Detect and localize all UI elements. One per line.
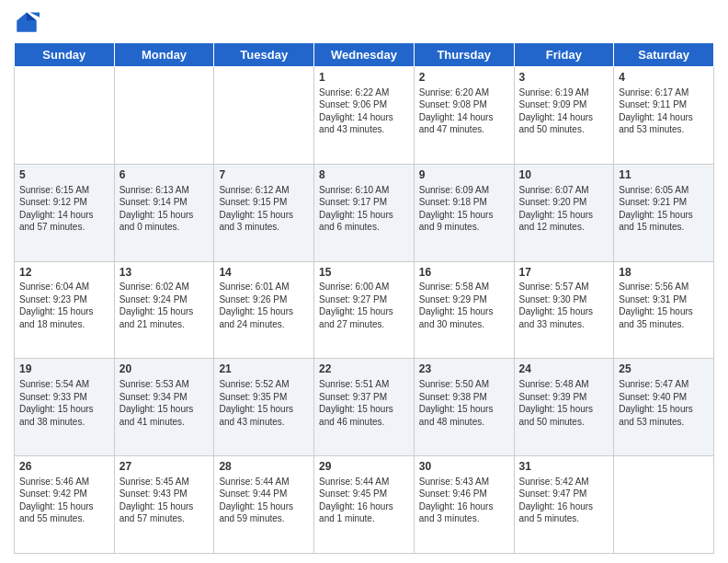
calendar-cell: 3Sunrise: 6:19 AM Sunset: 9:09 PM Daylig… — [514, 67, 614, 165]
calendar-cell: 25Sunrise: 5:47 AM Sunset: 9:40 PM Dayli… — [614, 359, 714, 456]
day-number: 31 — [519, 459, 609, 475]
day-number: 30 — [419, 459, 509, 475]
day-number: 18 — [619, 265, 709, 281]
calendar-cell — [114, 67, 214, 165]
day-info: Sunrise: 6:00 AM Sunset: 9:27 PM Dayligh… — [319, 281, 409, 330]
day-info: Sunrise: 5:44 AM Sunset: 9:44 PM Dayligh… — [219, 476, 309, 525]
calendar-cell — [614, 456, 714, 554]
day-info: Sunrise: 5:51 AM Sunset: 9:37 PM Dayligh… — [319, 378, 409, 428]
week-row-1: 5Sunrise: 6:15 AM Sunset: 9:12 PM Daylig… — [15, 164, 714, 261]
calendar-cell: 26Sunrise: 5:46 AM Sunset: 9:42 PM Dayli… — [15, 456, 115, 554]
calendar-cell: 12Sunrise: 6:04 AM Sunset: 9:23 PM Dayli… — [15, 261, 115, 359]
day-header-tuesday: Tuesday — [214, 43, 314, 67]
day-number: 20 — [119, 362, 210, 377]
day-info: Sunrise: 5:43 AM Sunset: 9:46 PM Dayligh… — [419, 476, 509, 525]
day-number: 13 — [119, 265, 210, 281]
day-info: Sunrise: 5:54 AM Sunset: 9:33 PM Dayligh… — [19, 378, 109, 428]
day-number: 12 — [19, 265, 109, 281]
day-info: Sunrise: 5:48 AM Sunset: 9:39 PM Dayligh… — [519, 378, 609, 428]
day-info: Sunrise: 5:52 AM Sunset: 9:35 PM Dayligh… — [219, 378, 309, 428]
day-number: 7 — [219, 167, 309, 183]
day-info: Sunrise: 5:42 AM Sunset: 9:47 PM Dayligh… — [519, 476, 609, 525]
day-info: Sunrise: 6:07 AM Sunset: 9:20 PM Dayligh… — [519, 184, 609, 234]
calendar-cell: 16Sunrise: 5:58 AM Sunset: 9:29 PM Dayli… — [414, 261, 514, 359]
day-header-sunday: Sunday — [15, 43, 115, 67]
day-number: 25 — [619, 362, 709, 377]
day-header-wednesday: Wednesday — [314, 43, 415, 67]
day-number: 15 — [319, 265, 409, 281]
day-info: Sunrise: 6:05 AM Sunset: 9:21 PM Dayligh… — [619, 184, 709, 234]
calendar: SundayMondayTuesdayWednesdayThursdayFrid… — [14, 42, 714, 554]
calendar-cell: 9Sunrise: 6:09 AM Sunset: 9:18 PM Daylig… — [414, 164, 514, 261]
day-header-thursday: Thursday — [414, 43, 514, 67]
day-number: 14 — [219, 265, 309, 281]
day-info: Sunrise: 6:01 AM Sunset: 9:26 PM Dayligh… — [219, 281, 309, 330]
calendar-cell: 10Sunrise: 6:07 AM Sunset: 9:20 PM Dayli… — [514, 164, 614, 261]
calendar-cell: 8Sunrise: 6:10 AM Sunset: 9:17 PM Daylig… — [314, 164, 415, 261]
day-info: Sunrise: 5:46 AM Sunset: 9:42 PM Dayligh… — [19, 476, 109, 525]
day-info: Sunrise: 6:04 AM Sunset: 9:23 PM Dayligh… — [19, 281, 109, 330]
day-info: Sunrise: 5:58 AM Sunset: 9:29 PM Dayligh… — [419, 281, 509, 330]
day-info: Sunrise: 6:09 AM Sunset: 9:18 PM Dayligh… — [419, 184, 509, 234]
day-info: Sunrise: 6:12 AM Sunset: 9:15 PM Dayligh… — [219, 184, 309, 234]
calendar-cell: 29Sunrise: 5:44 AM Sunset: 9:45 PM Dayli… — [314, 456, 415, 554]
calendar-cell: 14Sunrise: 6:01 AM Sunset: 9:26 PM Dayli… — [214, 261, 314, 359]
day-number: 22 — [319, 362, 409, 377]
day-number: 29 — [319, 459, 409, 475]
calendar-header-row: SundayMondayTuesdayWednesdayThursdayFrid… — [15, 43, 714, 67]
logo — [14, 9, 43, 35]
calendar-cell: 30Sunrise: 5:43 AM Sunset: 9:46 PM Dayli… — [414, 456, 514, 554]
calendar-cell: 11Sunrise: 6:05 AM Sunset: 9:21 PM Dayli… — [614, 164, 714, 261]
day-info: Sunrise: 5:47 AM Sunset: 9:40 PM Dayligh… — [619, 378, 709, 428]
day-info: Sunrise: 5:50 AM Sunset: 9:38 PM Dayligh… — [419, 378, 509, 428]
day-number: 6 — [119, 167, 210, 183]
calendar-cell: 18Sunrise: 5:56 AM Sunset: 9:31 PM Dayli… — [614, 261, 714, 359]
day-info: Sunrise: 6:22 AM Sunset: 9:06 PM Dayligh… — [319, 86, 409, 136]
calendar-cell: 23Sunrise: 5:50 AM Sunset: 9:38 PM Dayli… — [414, 359, 514, 456]
calendar-cell: 2Sunrise: 6:20 AM Sunset: 9:08 PM Daylig… — [414, 67, 514, 165]
calendar-cell: 5Sunrise: 6:15 AM Sunset: 9:12 PM Daylig… — [15, 164, 115, 261]
week-row-0: 1Sunrise: 6:22 AM Sunset: 9:06 PM Daylig… — [15, 67, 714, 165]
week-row-3: 19Sunrise: 5:54 AM Sunset: 9:33 PM Dayli… — [15, 359, 714, 456]
day-info: Sunrise: 6:02 AM Sunset: 9:24 PM Dayligh… — [119, 281, 210, 330]
day-number: 27 — [119, 459, 210, 475]
day-number: 2 — [419, 70, 509, 86]
day-number: 1 — [319, 70, 409, 86]
day-number: 28 — [219, 459, 309, 475]
day-number: 11 — [619, 167, 709, 183]
calendar-cell: 20Sunrise: 5:53 AM Sunset: 9:34 PM Dayli… — [114, 359, 214, 456]
day-number: 5 — [19, 167, 109, 183]
calendar-cell: 13Sunrise: 6:02 AM Sunset: 9:24 PM Dayli… — [114, 261, 214, 359]
week-row-2: 12Sunrise: 6:04 AM Sunset: 9:23 PM Dayli… — [15, 261, 714, 359]
day-number: 9 — [419, 167, 509, 183]
calendar-cell: 1Sunrise: 6:22 AM Sunset: 9:06 PM Daylig… — [314, 67, 415, 165]
day-info: Sunrise: 5:45 AM Sunset: 9:43 PM Dayligh… — [119, 476, 210, 525]
day-info: Sunrise: 6:15 AM Sunset: 9:12 PM Dayligh… — [19, 184, 109, 234]
day-number: 10 — [519, 167, 609, 183]
day-info: Sunrise: 5:56 AM Sunset: 9:31 PM Dayligh… — [619, 281, 709, 330]
day-number: 23 — [419, 362, 509, 377]
day-number: 26 — [19, 459, 109, 475]
logo-icon — [14, 9, 40, 35]
calendar-cell: 17Sunrise: 5:57 AM Sunset: 9:30 PM Dayli… — [514, 261, 614, 359]
day-number: 16 — [419, 265, 509, 281]
day-info: Sunrise: 6:19 AM Sunset: 9:09 PM Dayligh… — [519, 86, 609, 136]
day-info: Sunrise: 5:57 AM Sunset: 9:30 PM Dayligh… — [519, 281, 609, 330]
calendar-cell: 31Sunrise: 5:42 AM Sunset: 9:47 PM Dayli… — [514, 456, 614, 554]
page: SundayMondayTuesdayWednesdayThursdayFrid… — [0, 0, 728, 563]
calendar-cell — [15, 67, 115, 165]
day-header-saturday: Saturday — [614, 43, 714, 67]
day-info: Sunrise: 6:17 AM Sunset: 9:11 PM Dayligh… — [619, 86, 709, 136]
day-number: 17 — [519, 265, 609, 281]
day-info: Sunrise: 6:10 AM Sunset: 9:17 PM Dayligh… — [319, 184, 409, 234]
calendar-cell — [214, 67, 314, 165]
day-number: 24 — [519, 362, 609, 377]
day-header-monday: Monday — [114, 43, 214, 67]
svg-rect-2 — [17, 20, 37, 31]
calendar-cell: 21Sunrise: 5:52 AM Sunset: 9:35 PM Dayli… — [214, 359, 314, 456]
calendar-cell: 27Sunrise: 5:45 AM Sunset: 9:43 PM Dayli… — [114, 456, 214, 554]
week-row-4: 26Sunrise: 5:46 AM Sunset: 9:42 PM Dayli… — [15, 456, 714, 554]
calendar-cell: 24Sunrise: 5:48 AM Sunset: 9:39 PM Dayli… — [514, 359, 614, 456]
calendar-cell: 7Sunrise: 6:12 AM Sunset: 9:15 PM Daylig… — [214, 164, 314, 261]
calendar-cell: 4Sunrise: 6:17 AM Sunset: 9:11 PM Daylig… — [614, 67, 714, 165]
